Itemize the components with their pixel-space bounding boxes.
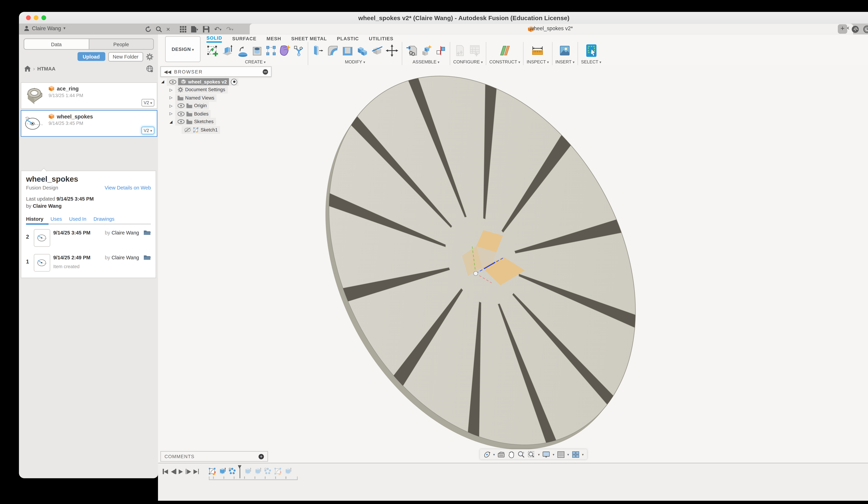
browser-node-origin[interactable]: ▷ Origin — [168, 102, 296, 109]
configuration-button[interactable] — [453, 43, 467, 58]
group-label[interactable]: INSERT — [555, 59, 575, 65]
zoom-icon[interactable] — [518, 451, 525, 458]
joint-button[interactable] — [435, 43, 447, 58]
create-sketch-button[interactable] — [206, 43, 219, 58]
new-tab-button[interactable]: + — [838, 24, 847, 34]
collapsed-icon[interactable]: ▷ — [168, 103, 173, 108]
tab-sheet-metal[interactable]: SHEET METAL — [291, 36, 327, 42]
move-copy-button[interactable] — [385, 43, 399, 58]
combine-button[interactable] — [355, 43, 369, 58]
undo-icon[interactable]: ↶▾ — [214, 25, 221, 33]
pan-icon[interactable] — [508, 451, 515, 458]
visibility-eye-icon[interactable] — [169, 79, 176, 84]
timeline-extrude-feature-suppressed[interactable] — [284, 467, 292, 475]
expanded-icon[interactable]: ◢ — [161, 79, 165, 84]
sync-icon[interactable] — [145, 26, 151, 32]
collapse-browser-icon[interactable]: ◀◀ — [164, 69, 171, 74]
viewports-icon[interactable] — [572, 451, 579, 458]
file-menu-icon[interactable]: ▾ — [191, 26, 198, 32]
press-pull-button[interactable] — [311, 43, 325, 58]
collapsed-icon[interactable]: ▷ — [168, 111, 173, 116]
document-tab[interactable]: wheel_spokes v2* × — [250, 24, 853, 34]
open-version-folder-icon[interactable] — [144, 229, 151, 236]
tab-data[interactable]: Data — [24, 39, 89, 49]
pattern-button[interactable] — [265, 43, 277, 58]
browser-node-sketch1[interactable]: Sketch1 — [182, 126, 296, 133]
new-component-button[interactable] — [420, 43, 434, 58]
insert-derive-button[interactable] — [405, 43, 419, 58]
hole-button[interactable] — [250, 43, 264, 58]
collapsed-icon[interactable]: ▷ — [168, 95, 173, 100]
save-icon[interactable] — [203, 26, 209, 32]
fillet-button[interactable] — [326, 43, 340, 58]
tab-utilities[interactable]: UTILITIES — [369, 36, 393, 42]
version-dropdown[interactable]: V2 — [141, 127, 155, 134]
grid-settings-icon[interactable] — [557, 451, 565, 458]
group-label[interactable]: INSPECT — [527, 59, 549, 65]
version-dropdown[interactable]: V2 — [141, 99, 155, 106]
chevron-down-icon[interactable]: ▾ — [582, 453, 583, 456]
comments-bar[interactable]: COMMENTS + — [161, 451, 268, 462]
home-icon[interactable] — [24, 66, 31, 72]
browser-header[interactable]: ◀◀ BROWSER — [161, 66, 272, 77]
shared-views-globe-icon[interactable] — [146, 65, 153, 72]
data-item-ace-ring[interactable]: ace_ring 9/13/25 1:44 PM V2 — [21, 82, 157, 109]
history-row[interactable]: 1 9/14/25 2:49 PM Item created by Claire… — [26, 254, 151, 271]
tab-used-in[interactable]: Used In — [69, 216, 86, 222]
open-version-folder-icon[interactable] — [144, 254, 151, 260]
tab-plastic[interactable]: PLASTIC — [337, 36, 359, 42]
user-menu[interactable]: Claire Wang ▾ — [24, 25, 65, 31]
step-back-button[interactable] — [170, 469, 176, 474]
tab-mesh[interactable]: MESH — [267, 36, 281, 42]
tab-drawings[interactable]: Drawings — [93, 216, 114, 222]
construction-plane-button[interactable] — [498, 43, 512, 58]
add-comment-icon[interactable]: + — [258, 454, 264, 459]
data-settings-gear-icon[interactable] — [146, 53, 153, 60]
group-label[interactable]: SELECT — [581, 59, 601, 65]
play-button[interactable] — [179, 469, 183, 474]
insert-canvas-button[interactable] — [558, 43, 572, 58]
visibility-eye-icon[interactable] — [177, 103, 185, 109]
shell-button[interactable] — [341, 43, 354, 58]
upload-button[interactable]: Upload — [78, 52, 105, 61]
look-at-icon[interactable] — [498, 451, 505, 458]
chevron-down-icon[interactable]: ▾ — [538, 453, 539, 456]
activate-component-radio[interactable] — [231, 79, 237, 85]
display-settings-icon[interactable] — [543, 451, 550, 458]
browser-node-root[interactable]: ◢ wheel_spokes v2 — [161, 79, 297, 85]
generative-pipe-button[interactable] — [293, 43, 305, 58]
search-icon[interactable] — [156, 26, 162, 32]
revolve-button[interactable] — [235, 43, 249, 58]
tab-history[interactable]: History — [26, 216, 43, 222]
go-to-start-button[interactable] — [163, 469, 168, 474]
tab-solid[interactable]: SOLID — [206, 35, 222, 42]
browser-filter-icon[interactable] — [263, 69, 268, 74]
data-item-wheel-spokes[interactable]: wheel_spokes 9/14/25 3:45 PM V2 — [21, 110, 157, 137]
timeline-playhead[interactable] — [238, 466, 242, 475]
show-data-panel-icon[interactable] — [180, 26, 186, 32]
chevron-down-icon[interactable]: ▾ — [553, 453, 554, 456]
redo-icon[interactable]: ↷▾ — [226, 25, 234, 33]
new-folder-button[interactable]: New Folder — [108, 52, 143, 61]
create-form-button[interactable] — [278, 43, 292, 58]
visibility-off-eye-icon[interactable] — [184, 127, 191, 132]
browser-node-sketches[interactable]: ◢ Sketches — [168, 119, 296, 125]
visibility-eye-icon[interactable] — [177, 119, 185, 124]
tab-surface[interactable]: SURFACE — [232, 36, 257, 42]
timeline-sketch-feature[interactable] — [208, 467, 216, 475]
step-forward-button[interactable] — [185, 469, 191, 474]
workspace-selector[interactable]: DESIGN — [165, 36, 200, 62]
tab-uses[interactable]: Uses — [51, 216, 62, 222]
configuration-table-button[interactable] — [468, 43, 482, 58]
timeline-circular-pattern-feature[interactable] — [228, 467, 236, 475]
breadcrumb-folder[interactable]: HTMAA — [37, 66, 144, 72]
close-panel-icon[interactable]: × — [166, 25, 170, 33]
viewport[interactable]: ◀◀ BROWSER ◢ wheel_spokes v2 — [158, 65, 868, 463]
extensions-icon[interactable] — [851, 25, 859, 33]
browser-node-bodies[interactable]: ▷ Bodies — [168, 111, 296, 117]
tab-people[interactable]: People — [89, 39, 153, 49]
group-label[interactable]: CONSTRUCT — [489, 59, 520, 65]
select-button[interactable] — [584, 43, 598, 58]
collapsed-icon[interactable]: ▷ — [168, 88, 173, 92]
timeline-extrude-feature[interactable] — [218, 467, 226, 475]
